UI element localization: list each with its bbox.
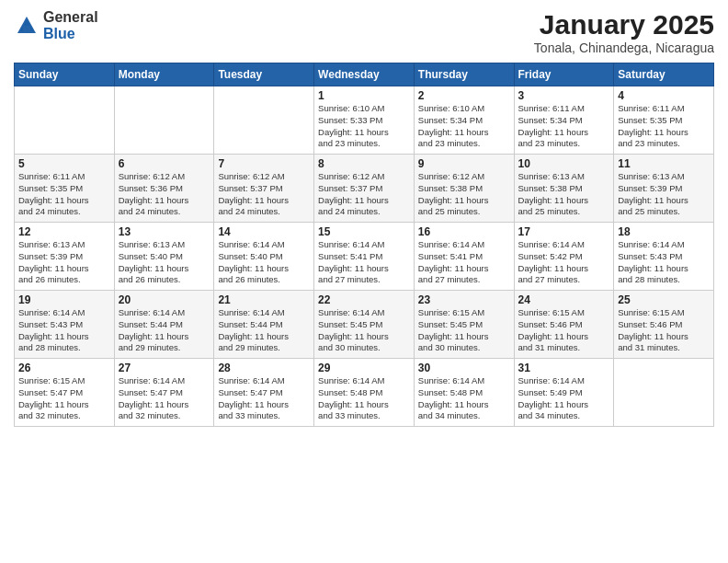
day-number: 26 — [18, 362, 110, 374]
table-row: 21Sunrise: 6:14 AM Sunset: 5:44 PM Dayli… — [214, 291, 314, 359]
day-number: 10 — [518, 157, 610, 170]
table-row: 28Sunrise: 6:14 AM Sunset: 5:47 PM Dayli… — [214, 359, 314, 427]
table-row: 16Sunrise: 6:14 AM Sunset: 5:41 PM Dayli… — [414, 223, 514, 291]
day-info: Sunrise: 6:14 AM Sunset: 5:43 PM Dayligh… — [618, 239, 710, 286]
day-number: 11 — [618, 157, 710, 170]
table-row — [614, 359, 714, 427]
day-number: 3 — [518, 89, 610, 102]
table-row — [214, 86, 314, 155]
day-number: 31 — [518, 362, 610, 374]
day-number: 5 — [18, 157, 110, 170]
col-saturday: Saturday — [614, 63, 714, 86]
day-info: Sunrise: 6:14 AM Sunset: 5:49 PM Dayligh… — [518, 375, 610, 422]
day-info: Sunrise: 6:11 AM Sunset: 5:35 PM Dayligh… — [618, 103, 710, 150]
day-number: 13 — [119, 225, 210, 238]
day-info: Sunrise: 6:14 AM Sunset: 5:43 PM Dayligh… — [18, 307, 110, 354]
day-info: Sunrise: 6:12 AM Sunset: 5:37 PM Dayligh… — [318, 171, 410, 218]
col-sunday: Sunday — [15, 63, 115, 86]
day-number: 28 — [218, 362, 310, 374]
table-row: 15Sunrise: 6:14 AM Sunset: 5:41 PM Dayli… — [314, 223, 415, 291]
day-number: 16 — [418, 225, 510, 238]
day-info: Sunrise: 6:14 AM Sunset: 5:48 PM Dayligh… — [318, 375, 410, 422]
logo-blue-text: Blue — [43, 26, 98, 42]
calendar-table: Sunday Monday Tuesday Wednesday Thursday… — [14, 63, 714, 427]
col-monday: Monday — [114, 63, 214, 86]
table-row: 7Sunrise: 6:12 AM Sunset: 5:37 PM Daylig… — [214, 155, 314, 223]
day-info: Sunrise: 6:14 AM Sunset: 5:44 PM Dayligh… — [119, 307, 210, 354]
col-wednesday: Wednesday — [314, 63, 415, 86]
calendar-week-row: 26Sunrise: 6:15 AM Sunset: 5:47 PM Dayli… — [15, 359, 714, 427]
day-info: Sunrise: 6:14 AM Sunset: 5:41 PM Dayligh… — [318, 239, 410, 286]
table-row: 25Sunrise: 6:15 AM Sunset: 5:46 PM Dayli… — [614, 291, 714, 359]
day-number: 7 — [218, 157, 310, 170]
table-row: 6Sunrise: 6:12 AM Sunset: 5:36 PM Daylig… — [114, 155, 214, 223]
day-number: 24 — [518, 293, 610, 306]
table-row: 14Sunrise: 6:14 AM Sunset: 5:40 PM Dayli… — [214, 223, 314, 291]
calendar-week-row: 12Sunrise: 6:13 AM Sunset: 5:39 PM Dayli… — [15, 223, 714, 291]
calendar-week-row: 1Sunrise: 6:10 AM Sunset: 5:33 PM Daylig… — [15, 86, 714, 155]
day-info: Sunrise: 6:12 AM Sunset: 5:36 PM Dayligh… — [119, 171, 210, 218]
table-row: 11Sunrise: 6:13 AM Sunset: 5:39 PM Dayli… — [614, 155, 714, 223]
table-row: 12Sunrise: 6:13 AM Sunset: 5:39 PM Dayli… — [15, 223, 115, 291]
day-number: 6 — [119, 157, 210, 170]
day-info: Sunrise: 6:14 AM Sunset: 5:45 PM Dayligh… — [318, 307, 410, 354]
day-number: 15 — [318, 225, 410, 238]
day-number: 22 — [318, 293, 410, 306]
day-info: Sunrise: 6:15 AM Sunset: 5:46 PM Dayligh… — [618, 307, 710, 354]
day-info: Sunrise: 6:15 AM Sunset: 5:47 PM Dayligh… — [18, 375, 110, 422]
logo: General Blue — [14, 9, 98, 41]
month-title: January 2025 — [534, 9, 714, 40]
table-row: 8Sunrise: 6:12 AM Sunset: 5:37 PM Daylig… — [314, 155, 415, 223]
table-row: 2Sunrise: 6:10 AM Sunset: 5:34 PM Daylig… — [414, 86, 514, 155]
table-row: 10Sunrise: 6:13 AM Sunset: 5:38 PM Dayli… — [514, 155, 614, 223]
day-info: Sunrise: 6:10 AM Sunset: 5:33 PM Dayligh… — [318, 103, 410, 150]
day-info: Sunrise: 6:13 AM Sunset: 5:38 PM Dayligh… — [518, 171, 610, 218]
table-row: 5Sunrise: 6:11 AM Sunset: 5:35 PM Daylig… — [15, 155, 115, 223]
table-row: 26Sunrise: 6:15 AM Sunset: 5:47 PM Dayli… — [15, 359, 115, 427]
page: General Blue January 2025 Tonala, Chinan… — [0, 0, 728, 563]
table-row: 24Sunrise: 6:15 AM Sunset: 5:46 PM Dayli… — [514, 291, 614, 359]
svg-rect-2 — [23, 26, 30, 31]
table-row: 13Sunrise: 6:13 AM Sunset: 5:40 PM Dayli… — [114, 223, 214, 291]
title-block: January 2025 Tonala, Chinandega, Nicarag… — [534, 9, 714, 55]
day-info: Sunrise: 6:13 AM Sunset: 5:40 PM Dayligh… — [119, 239, 210, 286]
day-number: 1 — [318, 89, 410, 102]
day-info: Sunrise: 6:14 AM Sunset: 5:47 PM Dayligh… — [119, 375, 210, 422]
day-info: Sunrise: 6:14 AM Sunset: 5:48 PM Dayligh… — [418, 375, 510, 422]
table-row — [15, 86, 115, 155]
col-friday: Friday — [514, 63, 614, 86]
col-thursday: Thursday — [414, 63, 514, 86]
table-row: 3Sunrise: 6:11 AM Sunset: 5:34 PM Daylig… — [514, 86, 614, 155]
calendar-header-row: Sunday Monday Tuesday Wednesday Thursday… — [15, 63, 714, 86]
day-info: Sunrise: 6:11 AM Sunset: 5:34 PM Dayligh… — [518, 103, 610, 150]
table-row: 9Sunrise: 6:12 AM Sunset: 5:38 PM Daylig… — [414, 155, 514, 223]
logo-text: General Blue — [43, 9, 98, 41]
day-number: 19 — [18, 293, 110, 306]
location-title: Tonala, Chinandega, Nicaragua — [534, 40, 714, 55]
table-row: 17Sunrise: 6:14 AM Sunset: 5:42 PM Dayli… — [514, 223, 614, 291]
day-number: 12 — [18, 225, 110, 238]
logo-general-text: General — [43, 9, 98, 26]
table-row: 18Sunrise: 6:14 AM Sunset: 5:43 PM Dayli… — [614, 223, 714, 291]
day-number: 25 — [618, 293, 710, 306]
day-number: 4 — [618, 89, 710, 102]
logo-icon — [14, 13, 40, 39]
day-info: Sunrise: 6:14 AM Sunset: 5:42 PM Dayligh… — [518, 239, 610, 286]
day-number: 30 — [418, 362, 510, 374]
day-info: Sunrise: 6:13 AM Sunset: 5:39 PM Dayligh… — [618, 171, 710, 218]
day-number: 23 — [418, 293, 510, 306]
day-number: 18 — [618, 225, 710, 238]
table-row: 19Sunrise: 6:14 AM Sunset: 5:43 PM Dayli… — [15, 291, 115, 359]
col-tuesday: Tuesday — [214, 63, 314, 86]
table-row: 4Sunrise: 6:11 AM Sunset: 5:35 PM Daylig… — [614, 86, 714, 155]
day-info: Sunrise: 6:15 AM Sunset: 5:45 PM Dayligh… — [418, 307, 510, 354]
day-info: Sunrise: 6:14 AM Sunset: 5:40 PM Dayligh… — [218, 239, 310, 286]
day-info: Sunrise: 6:12 AM Sunset: 5:37 PM Dayligh… — [218, 171, 310, 218]
day-info: Sunrise: 6:15 AM Sunset: 5:46 PM Dayligh… — [518, 307, 610, 354]
table-row: 20Sunrise: 6:14 AM Sunset: 5:44 PM Dayli… — [114, 291, 214, 359]
table-row: 30Sunrise: 6:14 AM Sunset: 5:48 PM Dayli… — [414, 359, 514, 427]
table-row: 1Sunrise: 6:10 AM Sunset: 5:33 PM Daylig… — [314, 86, 415, 155]
calendar-week-row: 5Sunrise: 6:11 AM Sunset: 5:35 PM Daylig… — [15, 155, 714, 223]
table-row: 22Sunrise: 6:14 AM Sunset: 5:45 PM Dayli… — [314, 291, 415, 359]
table-row: 23Sunrise: 6:15 AM Sunset: 5:45 PM Dayli… — [414, 291, 514, 359]
